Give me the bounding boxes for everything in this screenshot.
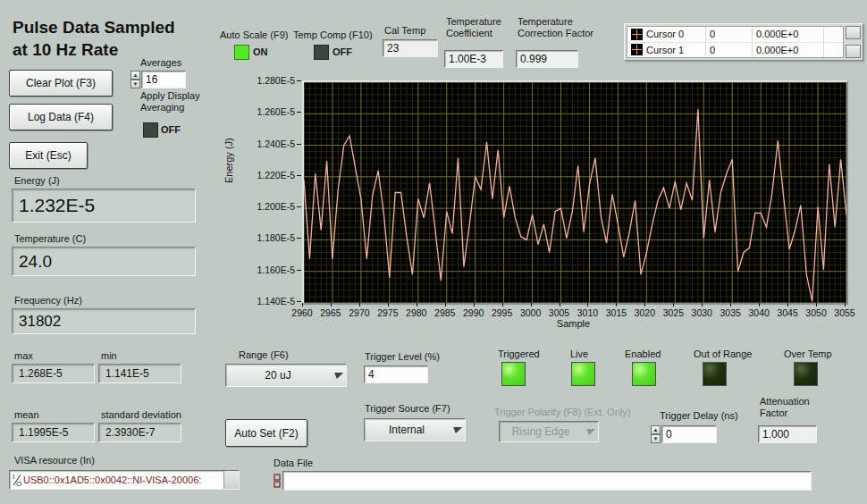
x-tick-label: 3040	[743, 307, 775, 318]
front-panel: Pulse Data Sampled at 10 Hz Rate Clear P…	[0, 0, 867, 504]
increment-icon[interactable]: ▲	[651, 425, 661, 434]
max-label: max	[14, 350, 33, 362]
visa-resource-dropdown[interactable]: I O USB0::0x1AD5::0x0042::NI-VISA-20006:	[9, 470, 240, 490]
range-value: 20 uJ	[226, 369, 330, 382]
trigger-delay-label: Trigger Delay (ns)	[660, 410, 738, 422]
clear-plot-button[interactable]: Clear Plot (F3)	[9, 70, 113, 97]
svg-text:I: I	[13, 473, 14, 481]
cursor-legend-scrollbar[interactable]	[846, 26, 861, 58]
temperature-coefficient-input[interactable]: 1.00E-3	[444, 50, 503, 68]
temperature-label: Temperature (C)	[14, 233, 86, 245]
x-tick-label: 3010	[571, 307, 603, 318]
y-tick-label: 1.240E-5	[243, 139, 295, 149]
averages-input[interactable]: 16	[141, 71, 186, 88]
cursor-row[interactable]: Cursor 1 0 0.000E+0	[627, 43, 843, 58]
chevron-down-icon[interactable]	[330, 365, 346, 386]
temperature-correction-factor-display: 0.999	[516, 50, 578, 68]
mean-label: mean	[14, 409, 39, 421]
visa-dropdown-button[interactable]	[223, 471, 239, 489]
y-tick-label: 1.220E-5	[243, 170, 295, 181]
cursor-x-value: 0	[706, 27, 753, 42]
apply-display-averaging-label: Apply Display Averaging	[140, 90, 200, 113]
live-label: Live	[570, 349, 588, 360]
y-tick-label: 1.260E-5	[243, 106, 295, 117]
path-icon	[273, 474, 282, 488]
y-tick-label: 1.280E-5	[243, 75, 295, 86]
exit-button[interactable]: Exit (Esc)	[9, 142, 88, 169]
cursor-y-value: 0.000E+0	[753, 27, 824, 42]
log-data-button[interactable]: Log Data (F4)	[9, 104, 113, 130]
data-file-label: Data File	[274, 458, 313, 469]
x-tick-label: 2960	[286, 307, 318, 318]
x-tick-label: 2990	[458, 307, 490, 318]
max-display: 1.268E-5	[12, 364, 95, 383]
x-tick-label: 3015	[600, 307, 632, 318]
x-tick-label: 2975	[372, 307, 404, 318]
cursor-row-spacer	[824, 43, 843, 58]
cursor-row[interactable]: Cursor 0 0 0.000E+0	[627, 27, 843, 43]
range-dropdown[interactable]: 20 uJ	[225, 364, 347, 387]
over-temp-led	[794, 362, 818, 386]
auto-scale-toggle[interactable]	[234, 45, 249, 60]
apply-display-averaging-toggle[interactable]	[143, 122, 158, 138]
x-tick-label: 2965	[315, 307, 347, 318]
cursor-x-value: 0	[706, 43, 753, 58]
chart-canvas[interactable]	[304, 82, 846, 303]
cursor-crosshair-icon	[631, 29, 643, 40]
temp-comp-toggle[interactable]	[314, 45, 329, 60]
cursor-name: Cursor 0	[646, 29, 684, 39]
y-tick-label: 1.160E-5	[243, 265, 295, 275]
trigger-delay-stepper[interactable]: ▲▼	[651, 425, 661, 443]
standard-deviation-label: standard deviation	[101, 409, 181, 421]
out-of-range-label: Out of Range	[694, 349, 752, 360]
trigger-delay-input[interactable]: 0	[661, 425, 717, 443]
cursor-crosshair-icon	[631, 44, 643, 55]
trigger-level-input[interactable]: 4	[364, 365, 428, 383]
attenuation-factor-label: Attenuation Factor	[760, 396, 810, 419]
auto-set-button[interactable]: Auto Set (F2)	[225, 419, 307, 447]
scroll-down-button[interactable]	[846, 45, 861, 58]
x-tick-label: 3030	[686, 307, 718, 318]
averages-stepper[interactable]: ▲▼	[130, 71, 140, 88]
trigger-polarity-dropdown: Rising Edge	[499, 421, 599, 442]
standard-deviation-display: 2.3930E-7	[98, 423, 181, 442]
frequency-display: 31802	[12, 308, 196, 334]
y-tick-label: 1.140E-5	[243, 296, 295, 307]
waveform-chart[interactable]	[302, 80, 848, 305]
x-tick-label: 2980	[400, 307, 433, 318]
energy-label: Energy (J)	[14, 175, 60, 187]
cursor-row-spacer	[824, 27, 843, 42]
apply-display-averaging-state: OFF	[161, 124, 181, 136]
decrement-icon[interactable]: ▼	[130, 80, 140, 88]
temperature-coefficient-label: Temperature Coefficient	[446, 16, 501, 39]
data-file-input[interactable]	[282, 471, 812, 491]
range-label: Range (F6)	[239, 349, 289, 361]
energy-display: 1.232E-5	[12, 189, 196, 223]
x-tick-label: 2995	[486, 307, 518, 318]
temperature-display: 24.0	[12, 247, 196, 276]
trigger-source-label: Trigger Source (F7)	[365, 403, 450, 415]
mean-display: 1.1995E-5	[12, 423, 95, 442]
out-of-range-led	[703, 362, 727, 386]
increment-icon[interactable]: ▲	[130, 71, 140, 80]
scroll-up-button[interactable]	[846, 26, 861, 39]
x-tick-label: 3035	[714, 307, 746, 318]
temp-comp-state: OFF	[332, 46, 352, 58]
io-icon: I O	[12, 473, 23, 487]
trigger-source-value: Internal	[365, 424, 449, 436]
live-led	[571, 362, 595, 386]
triggered-label: Triggered	[498, 349, 540, 360]
chevron-down-icon[interactable]	[449, 419, 465, 441]
cal-temp-input[interactable]: 23	[383, 39, 438, 57]
triggered-led	[501, 362, 526, 386]
x-tick-label: 3005	[543, 307, 576, 318]
trigger-source-dropdown[interactable]: Internal	[364, 418, 466, 441]
decrement-icon[interactable]: ▼	[651, 434, 661, 443]
enabled-label: Enabled	[625, 349, 661, 360]
temperature-correction-factor-label: Temperature Correction Factor	[518, 16, 593, 39]
averages-label: Averages	[140, 57, 181, 69]
auto-scale-label: Auto Scale (F9)	[220, 29, 288, 41]
x-tick-label: 3000	[515, 307, 547, 318]
enabled-led	[632, 362, 656, 386]
cursor-legend[interactable]: Cursor 0 0 0.000E+0 Cursor 1 0 0.000E+0	[624, 23, 863, 61]
